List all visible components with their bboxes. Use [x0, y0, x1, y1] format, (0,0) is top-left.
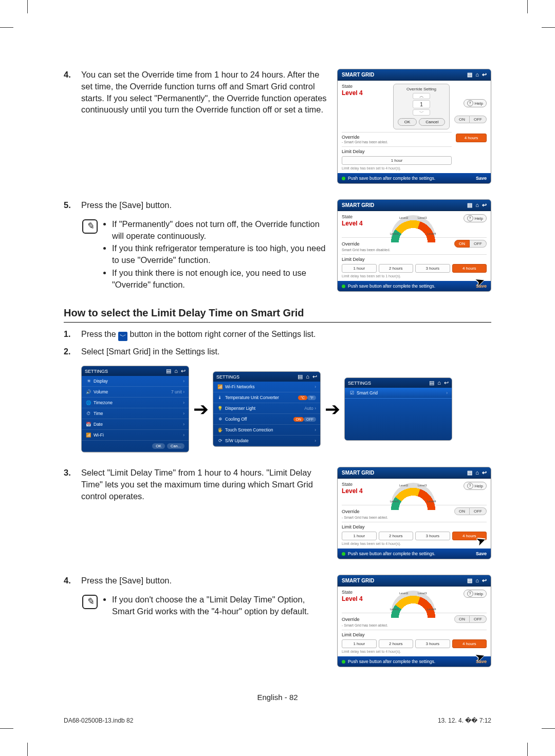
screenshot-limit-save: SMART GRID▤⌂↩ StateLevel 4 Level1Level2L… — [337, 575, 491, 667]
s2-step4-row: 4. Press the [Save] button. ✎ If you don… — [64, 575, 491, 667]
settings-row[interactable]: ⏱Time› — [82, 408, 189, 419]
note-icon: ✎ — [82, 595, 98, 609]
arrow-icon: ➔ — [325, 399, 340, 420]
override-toggle[interactable]: ONOFF — [454, 116, 487, 123]
delay-4h-sel[interactable]: 4 hours — [456, 134, 487, 142]
step-5-text: Press the [Save] button. — [81, 199, 327, 211]
save-bar: Push save button after complete the sett… — [338, 173, 491, 183]
home-icon[interactable]: ⌂ — [475, 202, 479, 209]
settings-screen-2: SETTINGS▤⌂↩ 📶Wi-Fi Networks›🌡Temperature… — [213, 371, 321, 447]
save-button[interactable]: Save — [476, 284, 487, 289]
step-4-text: You can set the Override time from 1 hou… — [81, 69, 327, 116]
settings-row[interactable]: 🖐Touch Screen Correction› — [213, 425, 320, 436]
content: 4. You can set the Override time from 1 … — [64, 69, 491, 683]
home-icon[interactable]: ⌂ — [475, 71, 479, 78]
popup-cancel[interactable]: Cancel — [419, 118, 445, 126]
spinner-down[interactable]: ﹀ — [413, 109, 430, 116]
back-icon[interactable]: ↩ — [482, 71, 487, 78]
state-level: Level 4 — [342, 89, 363, 97]
s2-step3: 3. Select "Limit Delay Time" from 1 hour… — [64, 467, 327, 502]
settings-row[interactable]: 💡Dispenser LightAuto › — [213, 403, 320, 414]
memo-icon[interactable]: ▤ — [467, 202, 472, 209]
delay-1h[interactable]: 1 hour — [342, 156, 452, 165]
chevron-down-icon: ﹀ — [118, 332, 127, 341]
limit-label: Limit Delay — [342, 149, 365, 154]
settings-row[interactable]: 🌡Temperature Unit Converter°C°F — [213, 392, 320, 403]
step-5-note: ✎ If "Permanently" does not turn off, th… — [64, 218, 327, 292]
save-button[interactable]: Save — [476, 176, 487, 181]
popup-ok[interactable]: OK — [398, 118, 417, 126]
note-b2: If you think refrigerator temperature is… — [112, 242, 327, 266]
screenshot-limit-select: SMART GRID▤⌂↩ StateLevel 4 Level1Level2L… — [337, 467, 491, 559]
settings-row[interactable]: 🔊Volume7 unit › — [82, 387, 189, 398]
override-label: Override — [342, 135, 360, 140]
step-5: 5. Press the [Save] button. — [64, 199, 327, 211]
state-label: State — [342, 84, 363, 89]
s2-step1: 1. Press the ﹀ button in the bottom righ… — [64, 330, 491, 341]
limit-fine: Limit delay has been set to 4 hour(s). — [342, 166, 452, 170]
help-pill[interactable]: Help — [464, 214, 487, 222]
spinner-value: 1 — [413, 100, 430, 108]
override-sub: - Smart Grid has been abled. — [342, 140, 452, 144]
step-5-num: 5. — [64, 199, 74, 211]
help-pill[interactable]: Help — [464, 99, 487, 107]
spinner-up[interactable]: ︿ — [413, 93, 430, 99]
memo-icon[interactable]: ▤ — [467, 71, 472, 78]
arrow-icon: ➔ — [193, 399, 209, 420]
settings-row[interactable]: 🌐Timezone› — [82, 398, 189, 408]
step-4: 4. You can set the Override time from 1 … — [64, 69, 327, 116]
s2-step4: 4. Press the [Save] button. — [64, 575, 327, 587]
s2-step3-row: 3. Select "Limit Delay Time" from 1 hour… — [64, 467, 491, 559]
step-4-row: 4. You can set the Override time from 1 … — [64, 69, 491, 184]
screenshot-override-saved: SMART GRID ▤⌂↩ State Level 4 Level1 Leve… — [337, 199, 491, 292]
settings-row[interactable]: ☀Display› — [82, 376, 189, 387]
settings-row[interactable]: 📶Wi-Fi› — [82, 430, 189, 441]
settings-row[interactable]: ⟳S/W Update› — [213, 436, 320, 446]
section-heading: How to select the Limit Delay Time on Sm… — [64, 307, 491, 323]
note-b3: If you think there is not enough ice, yo… — [112, 267, 327, 291]
popup-title: Override Setting — [397, 86, 446, 93]
save-msg: Push save button after complete the sett… — [342, 176, 435, 181]
s2-step2: 2. Select [Smart Grid] in the Settings l… — [64, 347, 491, 356]
file-stamp: DA68-02500B-13.indb 82 — [64, 717, 133, 724]
override-popup: Override Setting ︿ 1 ﹀ OK Cancel — [393, 84, 450, 129]
meta-footer: DA68-02500B-13.indb 82 13. 12. 4. �� 7:1… — [64, 717, 491, 724]
note-b1: If "Permanently" does not turn off, the … — [112, 218, 327, 242]
settings-row[interactable]: ❄Cooling OffONOFF — [213, 414, 320, 425]
step-5-row: 5. Press the [Save] button. ✎ If "Perman… — [64, 199, 491, 292]
settings-flow: SETTINGS▤⌂↩ ☀Display›🔊Volume7 unit ›🌐Tim… — [81, 366, 491, 452]
step-4-num: 4. — [64, 69, 74, 116]
override-toggle[interactable]: ONOFF — [454, 240, 487, 248]
settings-row[interactable]: 📅Date› — [82, 419, 189, 430]
page-footer: English - 82 — [64, 693, 491, 702]
gauge: Level1 Level2 Level3 Level4 — [391, 214, 435, 235]
settings-row[interactable]: 📶Wi-Fi Networks› — [213, 382, 320, 392]
shot-hdr: SMART GRID ▤ ⌂ ↩ — [338, 69, 491, 81]
note-icon: ✎ — [82, 219, 98, 234]
settings-row[interactable]: ☑Smart Grid› — [345, 388, 452, 399]
back-icon[interactable]: ↩ — [482, 202, 487, 209]
screenshot-override-setting: SMART GRID ▤ ⌂ ↩ State Level 4 — [337, 69, 491, 184]
settings-screen-1: SETTINGS▤⌂↩ ☀Display›🔊Volume7 unit ›🌐Tim… — [81, 366, 189, 452]
s2-step4-note: ✎ If you don't choose the a "Limit Delay… — [64, 594, 327, 618]
time-stamp: 13. 12. 4. �� 7:12 — [438, 717, 491, 724]
page: 4. You can set the Override time from 1 … — [28, 28, 527, 728]
settings-screen-3: SETTINGS▤⌂↩ ☑Smart Grid› — [344, 377, 452, 441]
shot-title: SMART GRID — [342, 72, 374, 78]
